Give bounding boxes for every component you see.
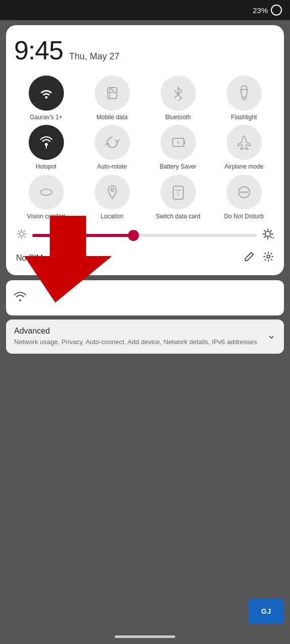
svg-line-35 [264, 236, 265, 237]
tile-flashlight[interactable]: Flashlight [212, 75, 276, 121]
tile-mobile-data[interactable]: Mobile data [80, 75, 144, 121]
tile-auto-rotate[interactable]: Auto-rotate [80, 125, 144, 170]
svg-text:+: + [177, 140, 180, 145]
tile-hotspot-label: Hotspot [36, 163, 56, 170]
tile-dnd-label: Do Not Disturb [224, 213, 264, 220]
advanced-title: Advanced [14, 327, 257, 336]
brightness-slider-thumb [128, 230, 139, 241]
tiles-grid: Gaurav's 1+ Mobile data [14, 75, 276, 220]
vision-comfort-icon [29, 175, 64, 210]
tile-switch-data-card[interactable]: 1 Switch data card [146, 175, 210, 220]
battery-icon [271, 5, 282, 16]
brightness-slider[interactable] [32, 234, 257, 237]
svg-rect-11 [184, 141, 185, 144]
tile-bluetooth[interactable]: Bluetooth [146, 75, 210, 121]
switch-data-card-icon: 1 [161, 175, 196, 210]
wifi-settings-section [6, 280, 284, 315]
sim-card-label: No SIM card [16, 254, 61, 263]
location-icon [95, 175, 130, 210]
clock-date: Thu, May 27 [69, 51, 119, 62]
svg-line-27 [24, 231, 25, 232]
tile-bluetooth-label: Bluetooth [165, 114, 191, 121]
tile-vision-comfort[interactable]: Vision comfort [14, 175, 78, 220]
advanced-row: Advanced Network usage, Privacy, Auto-co… [14, 327, 276, 347]
tile-wifi-label: Gaurav's 1+ [30, 114, 62, 121]
svg-line-3 [110, 88, 115, 93]
svg-line-33 [264, 230, 265, 231]
svg-point-8 [45, 143, 48, 146]
airplane-mode-icon [227, 125, 262, 160]
svg-line-25 [24, 236, 25, 237]
brightness-high-icon: A [262, 228, 274, 243]
svg-point-38 [267, 255, 270, 258]
edit-icon[interactable] [244, 251, 255, 265]
tile-auto-rotate-label: Auto-rotate [97, 163, 127, 170]
svg-point-13 [111, 188, 114, 191]
branding-logo: GJ [249, 599, 284, 624]
svg-point-39 [19, 299, 21, 301]
wifi-icon [29, 75, 64, 111]
brightness-row: A [14, 228, 276, 243]
brightness-low-icon [16, 228, 27, 243]
tile-battery-saver-label: Battery Saver [160, 163, 196, 170]
tile-dnd[interactable]: Do Not Disturb [212, 175, 276, 220]
svg-text:A: A [272, 236, 274, 239]
branding-box: GJ [249, 599, 284, 624]
advanced-content: Advanced Network usage, Privacy, Auto-co… [14, 327, 257, 347]
clock-time: 9:45 [14, 35, 63, 65]
clock-row: 9:45 Thu, May 27 [14, 35, 276, 65]
battery-saver-icon: + [161, 125, 196, 160]
svg-line-24 [19, 231, 20, 232]
svg-rect-0 [108, 88, 117, 99]
tile-location-label: Location [101, 213, 123, 220]
svg-point-19 [20, 232, 24, 236]
mobile-data-icon [95, 75, 130, 111]
settings-icon[interactable] [263, 251, 274, 265]
tile-location[interactable]: Location [80, 175, 144, 220]
tile-airplane-mode[interactable]: Airplane mode [212, 125, 276, 170]
dnd-icon [227, 175, 262, 210]
svg-point-28 [265, 231, 270, 236]
tile-airplane-mode-label: Airplane mode [225, 163, 263, 170]
tile-mobile-data-label: Mobile data [96, 114, 127, 121]
svg-text:1: 1 [177, 191, 179, 196]
bottom-action-icons [244, 251, 274, 265]
hotspot-icon [29, 125, 64, 160]
chevron-down-icon: ⌄ [267, 329, 276, 342]
svg-marker-5 [241, 90, 248, 97]
advanced-section[interactable]: Advanced Network usage, Privacy, Auto-co… [6, 319, 284, 354]
tile-battery-saver[interactable]: + Battery Saver [146, 125, 210, 170]
tile-switch-data-card-label: Switch data card [156, 213, 200, 220]
bluetooth-icon [161, 75, 196, 111]
flashlight-icon [227, 75, 262, 111]
wifi-settings-icon [14, 290, 26, 305]
bottom-row: No SIM card [14, 251, 276, 265]
home-indicator[interactable] [115, 635, 175, 638]
battery-percentage: 23% [253, 6, 268, 15]
svg-line-34 [270, 236, 271, 237]
svg-rect-6 [242, 97, 246, 99]
auto-rotate-icon [95, 125, 130, 160]
branding-text: GJ [261, 607, 272, 615]
wifi-item[interactable] [14, 286, 276, 309]
svg-line-26 [19, 236, 20, 237]
advanced-description: Network usage, Privacy, Auto-connect, Ad… [14, 338, 257, 347]
tile-vision-comfort-label: Vision comfort [27, 213, 65, 220]
status-bar: 23% [0, 0, 290, 20]
quick-settings-panel: 9:45 Thu, May 27 Gaurav's 1+ [6, 25, 284, 275]
brightness-slider-fill [32, 234, 133, 237]
tile-hotspot[interactable]: Hotspot [14, 125, 78, 170]
battery-info: 23% [253, 5, 282, 16]
svg-rect-4 [242, 86, 247, 90]
svg-line-36 [270, 230, 271, 231]
tile-flashlight-label: Flashlight [231, 114, 257, 121]
tile-wifi[interactable]: Gaurav's 1+ [14, 75, 78, 121]
